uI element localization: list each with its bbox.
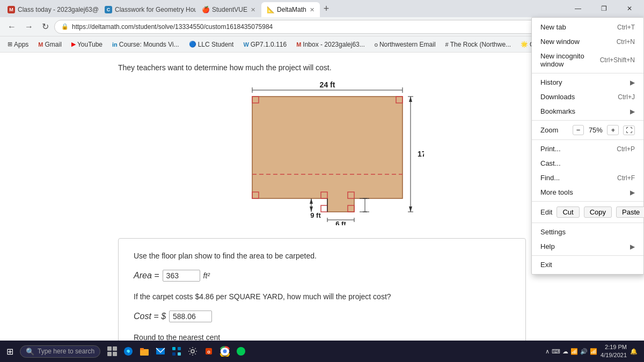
cm-new-incognito-label: New incognito window bbox=[540, 52, 596, 68]
taskbar-app-icons: o bbox=[105, 344, 248, 359]
restore-button[interactable]: ❐ bbox=[591, 0, 616, 17]
cm-exit[interactable]: Exit bbox=[532, 257, 643, 272]
bookmark-northwestern[interactable]: o Northwestern Email bbox=[371, 40, 439, 49]
bookmark-rock-label: The Rock (Northwe... bbox=[450, 41, 511, 48]
cm-bookmarks-arrow: ▶ bbox=[630, 108, 635, 115]
cm-cast-label: Cast... bbox=[540, 159, 635, 167]
tab-studentvue[interactable]: 🍎 StudentVUE ✕ bbox=[196, 2, 261, 17]
forward-button[interactable]: → bbox=[21, 20, 36, 34]
launchpad-button[interactable] bbox=[169, 344, 184, 359]
cm-paste-button[interactable]: Paste bbox=[616, 206, 644, 218]
network-icon: 📶 bbox=[570, 348, 578, 355]
cloud-icon: ☁ bbox=[562, 348, 568, 355]
area-unit: ft² bbox=[203, 271, 210, 280]
bookmark-gmail[interactable]: M Gmail bbox=[35, 40, 65, 49]
edge-button[interactable] bbox=[121, 344, 136, 359]
svg-text:6 ft: 6 ft bbox=[335, 220, 346, 225]
tab-classwork[interactable]: C Classwork for Geometry Hour 5 ✕ bbox=[99, 2, 196, 17]
tab-studentvue-label: StudentVUE bbox=[212, 6, 247, 13]
bookmark-inbox[interactable]: M Inbox - 2023galej63... bbox=[293, 40, 368, 49]
current-time: 2:19 PM bbox=[601, 343, 627, 351]
cm-settings[interactable]: Settings bbox=[532, 225, 643, 239]
current-date: 4/19/2021 bbox=[601, 351, 627, 359]
bookmark-course-label: Course: Mounds Vi... bbox=[119, 41, 179, 48]
svg-rect-7 bbox=[321, 205, 327, 212]
rock-icon: # bbox=[445, 41, 449, 48]
northwestern-icon: o bbox=[375, 41, 378, 48]
area-equation: Area = ft² bbox=[134, 270, 510, 282]
cm-print[interactable]: Print... Ctrl+P bbox=[532, 142, 643, 156]
bookmark-apps[interactable]: ⊞ Apps bbox=[4, 40, 32, 49]
lock-icon: 🔒 bbox=[61, 23, 69, 30]
cm-more-tools[interactable]: More tools ▶ bbox=[532, 185, 643, 200]
svg-rect-42 bbox=[172, 352, 175, 356]
wifi-icon: 📶 bbox=[590, 348, 597, 355]
cm-new-window-label: New window bbox=[540, 38, 612, 46]
minimize-button[interactable]: — bbox=[566, 0, 590, 17]
address-bar[interactable]: 🔒 https://deltamath.com/student/solve/13… bbox=[54, 20, 577, 34]
circle-button[interactable] bbox=[233, 344, 248, 359]
speaker-icon[interactable]: 🔊 bbox=[580, 348, 588, 355]
tab-deltamath-label: DeltaMath bbox=[277, 6, 306, 13]
settings-taskbar-button[interactable] bbox=[185, 344, 200, 359]
title-bar: M Class today - 2023galej63@mou... ✕ C C… bbox=[0, 0, 644, 17]
cm-zoom-out-button[interactable]: − bbox=[573, 125, 584, 135]
chrome-button[interactable] bbox=[217, 344, 232, 359]
new-tab-button[interactable]: + bbox=[320, 3, 333, 14]
mail-button[interactable] bbox=[153, 344, 168, 359]
cm-find[interactable]: Find... Ctrl+F bbox=[532, 171, 643, 185]
svg-rect-36 bbox=[113, 352, 117, 356]
cm-downloads[interactable]: Downloads Ctrl+J bbox=[532, 90, 643, 104]
inbox-icon: M bbox=[296, 41, 301, 48]
cm-cut-button[interactable]: Cut bbox=[557, 206, 579, 218]
area-input[interactable] bbox=[163, 270, 200, 282]
notification-button[interactable]: 🔔 bbox=[630, 348, 638, 355]
cm-bookmarks-label: Bookmarks bbox=[540, 107, 630, 115]
bookmark-course[interactable]: in Course: Mounds Vi... bbox=[109, 40, 182, 49]
tab-gmail-label: Class today - 2023galej63@mou... bbox=[18, 6, 99, 13]
cm-new-window-shortcut: Ctrl+N bbox=[617, 38, 635, 46]
time-display[interactable]: 2:19 PM 4/19/2021 bbox=[601, 343, 627, 360]
tab-deltamath[interactable]: 📐 DeltaMath ✕ bbox=[261, 2, 320, 17]
cm-history-label: History bbox=[540, 78, 630, 86]
cm-new-incognito[interactable]: New incognito window Ctrl+Shift+N bbox=[532, 49, 643, 71]
cm-new-tab-label: New tab bbox=[540, 23, 613, 31]
office-button[interactable]: o bbox=[201, 344, 216, 359]
taskbar-search[interactable]: 🔍 Type here to search bbox=[20, 345, 100, 358]
svg-rect-33 bbox=[107, 346, 112, 351]
tab-studentvue-close[interactable]: ✕ bbox=[251, 6, 255, 13]
bookmark-youtube[interactable]: ▶ YouTube bbox=[68, 40, 106, 49]
refresh-button[interactable]: ↻ bbox=[39, 19, 52, 34]
svg-text:9 ft: 9 ft bbox=[310, 211, 321, 219]
bookmark-rock[interactable]: # The Rock (Northwe... bbox=[442, 40, 515, 49]
chevron-up-icon[interactable]: ∧ bbox=[545, 348, 550, 355]
system-tray-icons: ∧ ⌨ ☁ 📶 🔊 📶 bbox=[545, 348, 597, 355]
cm-help-label: Help bbox=[540, 242, 630, 250]
close-button[interactable]: ✕ bbox=[617, 0, 642, 17]
tab-gmail[interactable]: M Class today - 2023galej63@mou... ✕ bbox=[2, 2, 99, 17]
cm-cast[interactable]: Cast... bbox=[532, 156, 643, 171]
cm-help[interactable]: Help ▶ bbox=[532, 239, 643, 254]
taskview-button[interactable] bbox=[105, 344, 120, 359]
tab-deltamath-close[interactable]: ✕ bbox=[310, 6, 314, 13]
cost-input[interactable] bbox=[169, 311, 212, 322]
cm-new-window[interactable]: New window Ctrl+N bbox=[532, 34, 643, 49]
cm-print-label: Print... bbox=[540, 145, 612, 153]
cm-new-tab-shortcut: Ctrl+T bbox=[617, 24, 635, 31]
file-explorer-button[interactable] bbox=[137, 344, 152, 359]
bookmark-inbox-label: Inbox - 2023galej63... bbox=[303, 41, 364, 48]
cm-fullscreen-button[interactable]: ⛶ bbox=[623, 125, 635, 135]
cm-new-tab[interactable]: New tab Ctrl+T bbox=[532, 20, 643, 34]
cm-downloads-label: Downloads bbox=[540, 93, 613, 101]
back-button[interactable]: ← bbox=[4, 20, 19, 34]
start-button[interactable]: ⊞ bbox=[2, 344, 18, 359]
taskbar-search-text: Type here to search bbox=[38, 348, 94, 355]
cm-bookmarks[interactable]: Bookmarks ▶ bbox=[532, 104, 643, 119]
cm-zoom-in-button[interactable]: + bbox=[607, 125, 619, 135]
cost-equation: Cost = $ bbox=[134, 311, 510, 322]
bookmark-gp-label: GP7.1.0.116 bbox=[251, 41, 287, 48]
bookmark-gp[interactable]: W GP7.1.0.116 bbox=[240, 40, 290, 49]
cm-history[interactable]: History ▶ bbox=[532, 75, 643, 90]
cm-copy-button[interactable]: Copy bbox=[584, 206, 612, 218]
bookmark-llc[interactable]: 🔵 LLC Student bbox=[186, 40, 237, 49]
